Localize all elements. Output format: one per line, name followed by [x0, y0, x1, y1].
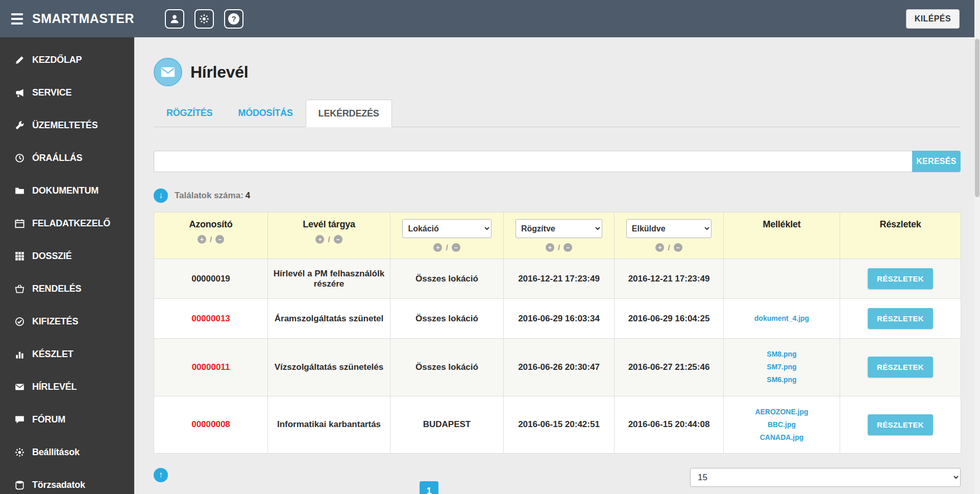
sort-asc-icon[interactable]: +: [655, 243, 664, 252]
column-label: Levél tárgya: [272, 219, 386, 230]
sort-controls: +/−: [272, 235, 386, 244]
collapse-results-icon[interactable]: ↓: [154, 189, 168, 203]
user-button[interactable]: [165, 9, 184, 29]
sort-slash: /: [446, 243, 448, 252]
filter-select-lokacio[interactable]: Lokáció: [402, 219, 491, 238]
row-sent: 2016-06-29 16:04:25: [615, 299, 724, 339]
sidebar-item-beallitasok[interactable]: Beállítások: [0, 436, 134, 468]
sort-controls: +/−: [395, 243, 499, 252]
sidebar-item-label: HÍRLEVÉL: [32, 382, 77, 392]
sidebar-item-uzemeltetes[interactable]: ÜZEMELTETÉS: [0, 109, 134, 142]
attachment-link[interactable]: AEROZONE.jpg: [729, 406, 835, 418]
details-button[interactable]: RÉSZLETEK: [868, 357, 933, 378]
help-button[interactable]: ?: [224, 9, 243, 29]
column-azonosito: Azonosító+/−: [154, 213, 268, 259]
results-row: ↓ Találatok száma:4: [154, 189, 961, 203]
scrollbar[interactable]: [974, 0, 980, 494]
scroll-top-icon[interactable]: ↑: [154, 468, 168, 482]
search-button[interactable]: KERESÉS: [912, 151, 961, 172]
sidebar-item-kifizetes[interactable]: KIFIZETÉS: [0, 305, 134, 338]
sidebar-item-dokumentum[interactable]: DOKUMENTUM: [0, 174, 134, 207]
results-label: Találatok száma:: [175, 191, 243, 200]
column-rogzitve: Rögzítve+/−: [504, 213, 615, 259]
sidebar-item-feladatkezelo[interactable]: FELADATKEZELŐ: [0, 207, 134, 240]
database-icon: [14, 480, 24, 490]
results-count-text: Találatok száma:4: [175, 191, 250, 201]
table-row: 00000019Hírlevél a PM felhasználólk rész…: [154, 259, 961, 299]
sidebar-item-keszlet[interactable]: KÉSZLET: [0, 338, 134, 370]
wrench-icon: [14, 120, 24, 130]
topbar: SMARTMASTER ? KILÉPÉS: [0, 0, 980, 37]
details-button[interactable]: RÉSZLETEK: [868, 414, 933, 435]
newsletter-table: Azonosító+/−Levél tárgya+/−Lokáció+/−Rög…: [154, 212, 961, 454]
row-recorded: 2016-06-26 20:30:47: [504, 339, 615, 396]
row-details: RÉSZLETEK: [840, 299, 961, 339]
sidebar-item-kezdolap[interactable]: KEZDŐLAP: [0, 43, 134, 76]
attachment-link[interactable]: CANADA.jpg: [729, 431, 835, 444]
sidebar-item-rendeles[interactable]: RENDELÉS: [0, 272, 134, 305]
attachment-link[interactable]: SM8.png: [729, 348, 835, 361]
sort-controls: +/−: [158, 235, 263, 244]
row-id: 00000019: [154, 259, 268, 299]
tab-lekerdezes[interactable]: LEKÉRDEZÉS: [306, 100, 392, 127]
attachment-link[interactable]: SM7.png: [729, 361, 835, 373]
check-circle-icon: [14, 316, 24, 326]
scrollbar-thumb[interactable]: [975, 39, 979, 197]
attachment-link[interactable]: dokument_4.jpg: [729, 312, 835, 325]
filter-select-elkuldve[interactable]: Elküldve: [626, 219, 712, 238]
search-input[interactable]: [154, 151, 912, 172]
logout-button[interactable]: KILÉPÉS: [906, 9, 960, 29]
tab-modositas[interactable]: MÓDOSÍTÁS: [225, 100, 305, 127]
table-body: 00000019Hírlevél a PM felhasználólk rész…: [154, 259, 961, 454]
gear-icon: [14, 447, 24, 457]
filter-select-rogzitve[interactable]: Rögzítve: [516, 219, 602, 238]
sort-asc-icon[interactable]: +: [198, 235, 206, 244]
page-title: Hírlevél: [190, 63, 248, 82]
row-subject: Hírlevél a PM felhasználólk részére: [268, 259, 390, 299]
attachment-link[interactable]: SM6.png: [729, 373, 835, 386]
menu-toggle-icon[interactable]: [11, 13, 23, 25]
row-attachments: AEROZONE.jpgBBC.jpgCANADA.jpg: [724, 396, 840, 454]
sidebar-item-dosszie[interactable]: DOSSZIÉ: [0, 240, 134, 272]
column-reszletek: Részletek: [840, 213, 961, 259]
sort-desc-icon[interactable]: −: [674, 243, 682, 252]
sidebar-item-torzsadatok[interactable]: Törzsadatok: [0, 468, 134, 494]
pagination-page-1[interactable]: 1: [420, 481, 438, 494]
sort-asc-icon[interactable]: +: [315, 235, 324, 244]
row-sent: 2016-12-21 17:23:49: [615, 259, 724, 299]
help-icon: ?: [228, 13, 239, 25]
page-size-select[interactable]: 15: [690, 468, 961, 487]
sidebar-item-hirlevel[interactable]: HÍRLEVÉL: [0, 370, 134, 403]
results-count: 4: [246, 191, 250, 200]
row-recorded: 2016-06-29 16:03:34: [504, 299, 615, 339]
attachment-link[interactable]: BBC.jpg: [729, 418, 835, 431]
sidebar-nav: KEZDŐLAPSERVICEÜZEMELTETÉSÓRAÁLLÁSDOKUME…: [0, 43, 134, 494]
column-elkuldve: Elküldve+/−: [615, 213, 724, 259]
sort-asc-icon[interactable]: +: [433, 243, 442, 252]
settings-button[interactable]: [194, 9, 214, 29]
sidebar-item-label: DOSSZIÉ: [32, 251, 72, 262]
table-header-row: Azonosító+/−Levél tárgya+/−Lokáció+/−Rög…: [154, 213, 961, 259]
basket-icon: [14, 284, 24, 294]
sidebar-item-oraallas[interactable]: ÓRAÁLLÁS: [0, 142, 134, 174]
sort-desc-icon[interactable]: −: [334, 235, 342, 244]
sidebar-item-service[interactable]: SERVICE: [0, 76, 134, 109]
sidebar-item-forum[interactable]: FÓRUM: [0, 403, 134, 436]
row-details: RÉSZLETEK: [840, 259, 961, 299]
row-recorded: 2016-06-15 20:42:51: [504, 396, 615, 454]
sort-desc-icon[interactable]: −: [215, 235, 224, 244]
row-attachments: [724, 259, 840, 299]
sidebar-item-label: DOKUMENTUM: [32, 185, 99, 196]
row-subject: Informatikai karbantartás: [268, 396, 390, 454]
details-button[interactable]: RÉSZLETEK: [868, 268, 933, 289]
sort-asc-icon[interactable]: +: [546, 243, 554, 252]
tab-rogzites[interactable]: RÖGZÍTÉS: [154, 100, 225, 127]
details-button[interactable]: RÉSZLETEK: [868, 308, 933, 329]
sidebar-item-label: ÜZEMELTETÉS: [32, 120, 97, 131]
row-id: 00000011: [154, 339, 268, 396]
sort-desc-icon[interactable]: −: [452, 243, 460, 252]
sort-desc-icon[interactable]: −: [564, 243, 572, 252]
sort-controls: +/−: [508, 243, 610, 252]
sidebar-item-label: KÉSZLET: [32, 349, 74, 360]
row-details: RÉSZLETEK: [840, 339, 961, 396]
